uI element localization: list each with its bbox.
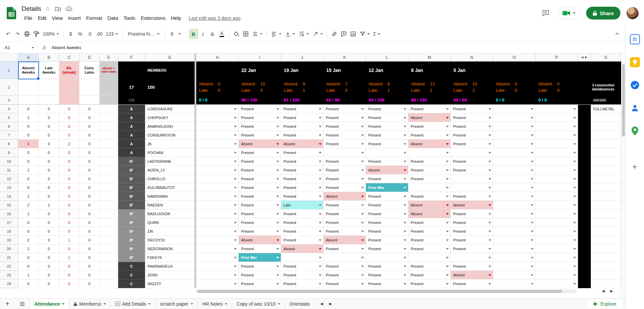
dropdown-caret-icon[interactable]: [488, 161, 491, 162]
status-cell-O17[interactable]: [493, 218, 536, 227]
status-cell-I5[interactable]: Present: [239, 113, 281, 122]
tab-menu-caret-icon[interactable]: [103, 303, 106, 305]
status-cell-K8[interactable]: Present: [324, 140, 366, 148]
cell-A1[interactable]: Absent 4weeks: [18, 62, 39, 79]
row-header-18[interactable]: 18: [0, 227, 18, 236]
cell-D13[interactable]: 0: [79, 183, 100, 192]
status-cell-N24[interactable]: Present: [451, 279, 493, 288]
status-cell-H19[interactable]: [196, 236, 239, 244]
status-cell-L21[interactable]: [366, 253, 408, 262]
dropdown-caret-icon[interactable]: [276, 178, 279, 180]
cell-A20[interactable]: 1: [18, 244, 39, 253]
dropdown-caret-icon[interactable]: [319, 143, 321, 145]
status-cell-I18[interactable]: Present: [239, 227, 281, 236]
dropdown-caret-icon[interactable]: [573, 283, 576, 285]
dropdown-caret-icon[interactable]: [234, 169, 237, 171]
status-cell-J17[interactable]: Present: [281, 218, 324, 227]
dropdown-caret-icon[interactable]: [404, 239, 406, 241]
dropdown-caret-icon[interactable]: [573, 134, 576, 136]
more-formats-button[interactable]: 123: [104, 29, 120, 39]
status-cell-H16[interactable]: [196, 209, 239, 218]
scroll-left-icon[interactable]: ◀: [602, 289, 605, 293]
cell-S7[interactable]: [591, 131, 621, 140]
status-cell-P15[interactable]: [536, 201, 578, 209]
status-cell-P19[interactable]: [536, 236, 578, 244]
dropdown-caret-icon[interactable]: [488, 187, 491, 189]
dropdown-caret-icon[interactable]: [404, 117, 406, 119]
cell-F8[interactable]: A: [118, 140, 145, 148]
status-cell-H9[interactable]: [196, 148, 239, 157]
cell-S14[interactable]: [591, 192, 621, 201]
cell-A11[interactable]: 1: [18, 166, 39, 175]
dropdown-caret-icon[interactable]: [488, 204, 491, 206]
dropdown-caret-icon[interactable]: [361, 248, 364, 250]
status-cell-J9[interactable]: Present: [281, 148, 324, 157]
row-header-22[interactable]: 22: [0, 262, 18, 271]
dropdown-caret-icon[interactable]: [361, 169, 364, 171]
status-cell-K18[interactable]: Present: [324, 227, 366, 236]
dropdown-caret-icon[interactable]: [361, 161, 364, 162]
status-cell-J12[interactable]: Present: [281, 175, 324, 183]
status-cell-L22[interactable]: Present: [366, 262, 408, 271]
status-cell-P21[interactable]: [536, 253, 578, 262]
cell-S21[interactable]: [591, 253, 621, 262]
cell-B20[interactable]: 0: [39, 244, 59, 253]
column-header-N[interactable]: N: [451, 53, 493, 62]
status-cell-O16[interactable]: [493, 209, 536, 218]
cell-D17[interactable]: 0: [79, 218, 100, 227]
dropdown-caret-icon[interactable]: [446, 143, 449, 145]
status-cell-H24[interactable]: [196, 279, 239, 288]
cell-S1[interactable]: [591, 62, 621, 79]
row-header-13[interactable]: 13: [0, 183, 18, 192]
status-cell-P18[interactable]: [536, 227, 578, 236]
cell-S19[interactable]: [591, 236, 621, 244]
cell-B8[interactable]: 0: [39, 140, 59, 148]
status-cell-I14[interactable]: Present: [239, 192, 281, 201]
status-cell-P11[interactable]: [536, 166, 578, 175]
menu-edit[interactable]: Edit: [35, 14, 49, 22]
dropdown-caret-icon[interactable]: [573, 152, 576, 154]
status-cell-P6[interactable]: [536, 122, 578, 131]
menu-file[interactable]: File: [22, 14, 35, 22]
cell-B19[interactable]: 0: [39, 236, 59, 244]
status-cell-N13[interactable]: [451, 183, 493, 192]
cell-E12[interactable]: [100, 175, 118, 183]
status-cell-I21[interactable]: First War: [239, 253, 281, 262]
cell-D4[interactable]: 0: [79, 105, 100, 113]
undo-button[interactable]: ↶: [3, 29, 13, 39]
cell-D15[interactable]: 0: [79, 201, 100, 209]
dropdown-caret-icon[interactable]: [446, 196, 449, 197]
dropdown-caret-icon[interactable]: [361, 266, 364, 267]
dropdown-caret-icon[interactable]: [234, 187, 237, 189]
status-cell-H5[interactable]: [196, 113, 239, 122]
horizontal-scrollbar[interactable]: [196, 289, 577, 293]
dropdown-caret-icon[interactable]: [361, 196, 364, 197]
status-cell-L15[interactable]: Present: [366, 201, 408, 209]
meet-button[interactable]: [558, 7, 580, 20]
cell-B9[interactable]: 0: [39, 148, 59, 157]
borders-button[interactable]: [241, 29, 250, 39]
sheets-logo[interactable]: [5, 4, 18, 22]
status-cell-M23[interactable]: Present: [408, 271, 451, 279]
status-cell-J7[interactable]: Present: [281, 131, 324, 140]
status-cell-M19[interactable]: Present: [408, 236, 451, 244]
status-cell-P20[interactable]: [536, 244, 578, 253]
dropdown-caret-icon[interactable]: [361, 117, 364, 119]
keep-icon[interactable]: [630, 57, 640, 67]
dropdown-caret-icon[interactable]: [531, 274, 534, 276]
status-cell-M16[interactable]: Absent: [408, 209, 451, 218]
status-cell-J20[interactable]: Absent: [281, 244, 324, 253]
status-cell-M5[interactable]: Absent: [408, 113, 451, 122]
dropdown-caret-icon[interactable]: [404, 248, 406, 250]
cell-G16[interactable]: BADLUCKDR: [145, 209, 195, 218]
italic-button[interactable]: I: [198, 29, 208, 39]
cloud-status-icon[interactable]: [66, 6, 72, 11]
dropdown-caret-icon[interactable]: [488, 178, 491, 180]
cell-C5[interactable]: 0: [59, 113, 79, 122]
sheet-tab-scratch-paper[interactable]: scratch paper: [156, 299, 198, 309]
cell-S3[interactable]: MIKMIK: [591, 96, 621, 105]
dropdown-caret-icon[interactable]: [404, 283, 406, 285]
dropdown-caret-icon[interactable]: [573, 239, 576, 241]
dropdown-caret-icon[interactable]: [319, 169, 321, 171]
dropdown-caret-icon[interactable]: [404, 143, 406, 145]
